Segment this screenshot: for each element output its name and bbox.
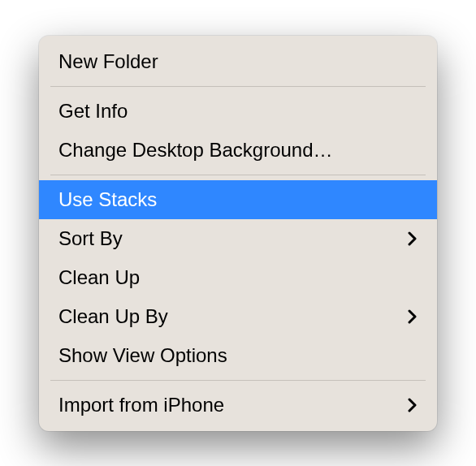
menu-item-import-from-iphone[interactable]: Import from iPhone	[39, 386, 437, 425]
menu-item-change-desktop-background[interactable]: Change Desktop Background…	[39, 131, 437, 170]
menu-separator	[50, 86, 426, 87]
chevron-right-icon	[408, 309, 418, 324]
menu-item-label: Use Stacks	[58, 185, 157, 214]
menu-item-clean-up-by[interactable]: Clean Up By	[39, 297, 437, 336]
menu-item-new-folder[interactable]: New Folder	[39, 42, 437, 81]
menu-item-label: Clean Up By	[58, 302, 168, 331]
menu-separator	[50, 175, 426, 175]
menu-item-label: New Folder	[58, 47, 158, 76]
menu-item-label: Show View Options	[58, 341, 227, 370]
menu-item-sort-by[interactable]: Sort By	[39, 219, 437, 258]
menu-item-label: Sort By	[58, 224, 123, 253]
context-menu: New Folder Get Info Change Desktop Backg…	[39, 36, 437, 431]
chevron-right-icon	[408, 398, 418, 412]
menu-item-use-stacks[interactable]: Use Stacks	[39, 180, 437, 219]
menu-item-label: Import from iPhone	[58, 390, 224, 420]
menu-item-label: Clean Up	[58, 263, 140, 292]
menu-item-clean-up[interactable]: Clean Up	[39, 258, 437, 297]
menu-item-label: Get Info	[58, 97, 128, 126]
menu-item-get-info[interactable]: Get Info	[39, 92, 437, 131]
menu-separator	[50, 380, 426, 381]
chevron-right-icon	[408, 231, 418, 246]
menu-item-show-view-options[interactable]: Show View Options	[39, 336, 437, 375]
menu-item-label: Change Desktop Background…	[58, 136, 333, 165]
